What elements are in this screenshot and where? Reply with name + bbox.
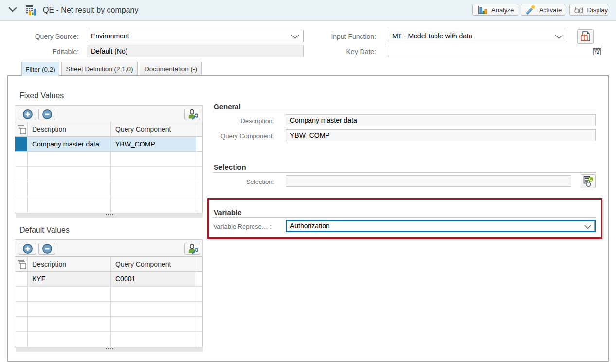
svg-text:14: 14 — [595, 50, 599, 55]
